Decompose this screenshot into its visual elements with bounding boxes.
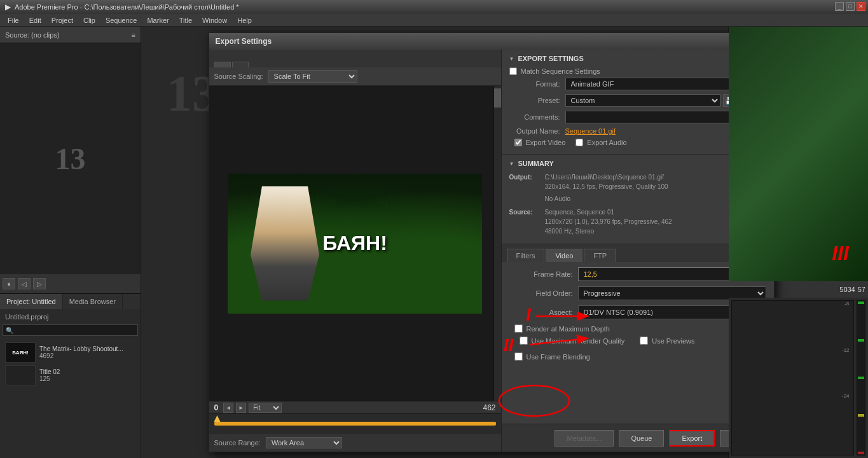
project-file: Untitled.prproj xyxy=(3,312,138,322)
render-max-depth-row: Render at Maximum Depth xyxy=(509,324,766,333)
add-marker-btn[interactable]: ♦ xyxy=(3,278,15,289)
menu-window[interactable]: Window xyxy=(197,15,232,25)
summary-content: Output: C:\Users\Леший\Desktop\Sequence … xyxy=(509,172,766,236)
export-video-row: Export Video xyxy=(514,139,566,146)
frame-blending-checkbox[interactable] xyxy=(514,352,523,361)
timeline-area: 0 ◄ ► Fit 25% 50% 100% xyxy=(209,401,501,452)
right-num-1: 5034 xyxy=(839,286,855,293)
clip-thumbnail: БАЯН! xyxy=(5,342,36,363)
menu-edit[interactable]: Edit xyxy=(24,15,46,25)
source-panel-menu-icon[interactable]: ≡ xyxy=(132,31,135,39)
tab-video[interactable]: Video xyxy=(546,249,582,262)
right-numbers: 5034 57 xyxy=(839,286,865,293)
menu-marker[interactable]: Marker xyxy=(142,15,174,25)
dialog-body: Source Scaling: Scale To Fit Stretch To … xyxy=(209,50,774,452)
right-num-2: 57 xyxy=(858,286,865,293)
frame-rate-row: Frame Rate: 12,5 24 25 30 xyxy=(509,267,766,281)
audio-meter: -6 -12 -24 xyxy=(857,300,865,455)
fit-select[interactable]: Fit 25% 50% 100% xyxy=(249,403,282,413)
preset-select[interactable]: Custom xyxy=(565,94,720,107)
out-point-btn[interactable]: ▷ xyxy=(33,278,46,289)
export-button[interactable]: Export xyxy=(669,430,715,447)
time-end: 462 xyxy=(483,403,495,412)
summary-source-name: Sequence, Sequence 01 xyxy=(545,207,672,217)
tab-output[interactable] xyxy=(232,62,249,67)
collapse-icon[interactable]: ▼ xyxy=(509,56,514,62)
minimize-button[interactable]: _ xyxy=(835,2,844,11)
tab-media-browser[interactable]: Media Browser xyxy=(63,294,123,309)
queue-button[interactable]: Queue xyxy=(619,430,664,447)
maximize-button[interactable]: □ xyxy=(846,2,855,11)
time-start: 0 xyxy=(214,403,219,412)
source-range-select[interactable]: Work Area Entire Sequence In to Out xyxy=(266,437,342,448)
list-item[interactable]: Title 02 125 xyxy=(3,364,138,387)
summary-source-values: Sequence, Sequence 01 1280x720 (1,0), 23… xyxy=(545,207,672,236)
render-max-depth-checkbox[interactable] xyxy=(514,324,523,333)
close-button[interactable]: ✕ xyxy=(857,2,865,11)
frame-rate-label: Frame Rate: xyxy=(509,270,573,278)
summary-source-audio: 48000 Hz, Stereo xyxy=(545,226,672,236)
project-search-input[interactable] xyxy=(3,324,138,336)
summary-source-row: Source: Sequence, Sequence 01 1280x720 (… xyxy=(509,207,766,236)
format-row: Format: Animated GIF H.264 MPEG2 xyxy=(509,78,766,90)
meter-label-neg12: -12 xyxy=(842,347,850,353)
scaling-label: Source Scaling: xyxy=(214,73,263,80)
preset-row: Preset: Custom 💾 📁 🗑 xyxy=(509,94,766,107)
scaling-select[interactable]: Scale To Fit Stretch To Fill Scale To Fi… xyxy=(268,70,357,83)
export-dialog: Export Settings ✕ xyxy=(209,32,775,452)
dialog-title-bar: Export Settings ✕ xyxy=(209,33,774,50)
preview-scrollbar[interactable] xyxy=(493,86,501,401)
menu-help[interactable]: Help xyxy=(232,15,257,25)
max-render-checkbox[interactable] xyxy=(520,337,528,345)
center-panel: 13 Export Settings ✕ xyxy=(141,27,728,458)
menu-clip[interactable]: Clip xyxy=(78,15,100,25)
meter-label-neg6: -6 xyxy=(844,301,849,307)
summary-collapse-icon[interactable]: ▼ xyxy=(509,161,514,167)
clip-info-2: Title 02 125 xyxy=(39,368,60,382)
in-point-btn[interactable]: ◁ xyxy=(18,278,31,289)
menu-sequence[interactable]: Sequence xyxy=(100,15,142,25)
main-layout: Source: (no clips) ≡ 13 ♦ ◁ ▷ Project: U… xyxy=(0,27,868,458)
use-previews-checkbox[interactable] xyxy=(640,337,648,345)
left-panel: Source: (no clips) ≡ 13 ♦ ◁ ▷ Project: U… xyxy=(0,27,141,458)
summary-output-path: C:\Users\Леший\Desktop\Sequence 01.gif xyxy=(545,172,668,182)
tab-source[interactable] xyxy=(214,62,231,67)
match-sequence-checkbox[interactable] xyxy=(509,67,517,75)
tab-project[interactable]: Project: Untitled xyxy=(0,294,63,309)
aspect-label: Aspect: xyxy=(509,309,573,316)
summary-output-row: Output: C:\Users\Леший\Desktop\Sequence … xyxy=(509,172,766,191)
menu-bar: File Edit Project Clip Sequence Marker T… xyxy=(0,14,868,27)
project-panel: Project: Untitled Media Browser Untitled… xyxy=(0,294,141,458)
use-previews-label: Use Previews xyxy=(652,337,694,345)
summary-output-specs: 320x164, 12,5 fps, Progressive, Quality … xyxy=(545,182,668,191)
export-audio-checkbox[interactable] xyxy=(575,139,583,146)
list-item[interactable]: БАЯН! The Matrix- Lobby Shootout... 4692 xyxy=(3,341,138,364)
clip-thumbnail-2 xyxy=(5,365,36,385)
right-thumbnail xyxy=(729,27,868,281)
source-controls: ♦ ◁ ▷ xyxy=(0,274,141,293)
prev-frame-btn[interactable]: ◄ xyxy=(223,403,233,413)
menu-title[interactable]: Title xyxy=(174,15,197,25)
source-content: 13 xyxy=(0,43,141,274)
export-settings-title: Export Settings xyxy=(518,55,583,62)
scroll-thumb xyxy=(494,88,501,108)
metadata-button[interactable]: Metadata... xyxy=(555,430,614,447)
timeline-track[interactable] xyxy=(209,414,501,434)
next-frame-btn[interactable]: ► xyxy=(236,403,246,413)
tab-ftp[interactable]: FTP xyxy=(584,249,616,262)
menu-file[interactable]: File xyxy=(3,15,24,25)
menu-project[interactable]: Project xyxy=(46,15,78,25)
preview-area: БАЯН! xyxy=(209,86,501,401)
timeline-indicator xyxy=(214,415,221,422)
summary-no-audio: No Audio xyxy=(509,194,766,204)
summary-source-specs: 1280x720 (1,0), 23,976 fps, Progressive,… xyxy=(545,217,672,226)
source-panel: Source: (no clips) ≡ 13 ♦ ◁ ▷ xyxy=(0,27,141,294)
clip-info: The Matrix- Lobby Shootout... 4692 xyxy=(39,345,123,359)
tab-filters[interactable]: Filters xyxy=(507,249,545,262)
clip-name-2: Title 02 xyxy=(39,368,60,375)
export-video-checkbox[interactable] xyxy=(514,139,522,146)
render-max-depth-label: Render at Maximum Depth xyxy=(527,325,610,333)
output-name-value[interactable]: Sequence 01.gif xyxy=(565,127,616,135)
window-controls[interactable]: _ □ ✕ xyxy=(835,2,865,11)
clip-duration-2: 125 xyxy=(39,375,60,382)
